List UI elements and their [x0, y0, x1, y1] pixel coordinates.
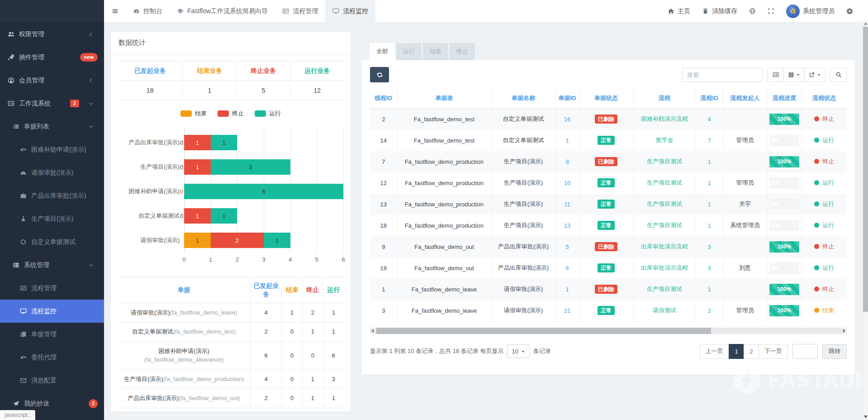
bar-segment[interactable]: 1 [184, 208, 211, 224]
nav-tab-3[interactable]: 流程监控 [325, 0, 375, 22]
clear-cache-link[interactable]: 清除缓存 [696, 0, 743, 22]
flow-link[interactable]: 奖学金 [656, 137, 674, 143]
vertical-scrollbar-thumb[interactable] [863, 27, 868, 312]
doc-id-link[interactable]: 11 [564, 201, 570, 208]
sidebar-toggle-button[interactable] [104, 0, 126, 22]
legend-item[interactable]: 运行 [255, 110, 281, 118]
sidebar-item-3[interactable]: 工作流系统2 [0, 92, 104, 115]
table-row[interactable]: 12 Fa_fastflow_demo_production 生产项目(演示) … [370, 172, 847, 194]
bar-segment[interactable]: 1 [264, 233, 290, 248]
column-header[interactable]: 流程ID [696, 88, 723, 109]
bar-segment[interactable]: 2 [211, 233, 264, 248]
table-row[interactable]: 13 Fa_fastflow_demo_production 生产项目(演示) … [370, 194, 847, 215]
search-toggle-button[interactable] [830, 68, 847, 82]
sidebar-item-4[interactable]: 单据列表 [0, 115, 104, 138]
flow-id-link[interactable]: 4 [707, 116, 711, 123]
flow-link[interactable]: 生产项目测试 [647, 200, 682, 207]
jump-page-input[interactable] [792, 344, 818, 359]
sidebar-item-15[interactable]: 消息配置 [0, 369, 104, 392]
language-button[interactable] [743, 0, 762, 22]
flow-link[interactable]: 生产项目测试 [647, 158, 682, 165]
table-row[interactable]: 18 Fa_fastflow_demo_production 生产项目(演示) … [370, 215, 847, 236]
column-header[interactable]: 单据状态 [579, 88, 633, 109]
prev-page-button[interactable]: 上一页 [700, 344, 729, 359]
sidebar-item-0[interactable]: 权限管理 [0, 23, 104, 46]
column-header[interactable]: 流程进度 [767, 88, 802, 109]
column-header[interactable]: 流程 [633, 88, 696, 109]
bar-segment[interactable]: 1 [184, 135, 211, 150]
sidebar-item-11[interactable]: 流程管理 [0, 277, 104, 300]
filter-tab-0[interactable]: 全部 [370, 43, 395, 60]
flow-link[interactable]: 出库审批演示流程 [641, 243, 688, 250]
bar-segment[interactable]: 1 [184, 159, 211, 175]
settings-button[interactable] [840, 0, 859, 22]
flow-link[interactable]: 生产项目测试 [647, 222, 682, 229]
doc-id-link[interactable]: 13 [564, 222, 570, 229]
export-dropdown-button[interactable] [804, 68, 825, 82]
column-header[interactable]: 流程状态 [802, 88, 847, 109]
flow-id-link[interactable]: 2 [707, 307, 711, 314]
vertical-scrollbar[interactable] [863, 20, 868, 420]
flow-id-link[interactable]: 1 [707, 201, 711, 208]
flow-id-link[interactable]: 3 [707, 265, 711, 272]
nav-tab-1[interactable]: Fastflow工作流系统简易向导 [170, 0, 275, 22]
sidebar-item-12[interactable]: 流程监控 [0, 300, 104, 323]
table-row[interactable]: 3 Fa_fastflow_demo_leave 请假审批(演示) 21 正常 … [370, 300, 847, 321]
sidebar-item-9[interactable]: 自定义单据测试 [0, 230, 104, 253]
jump-button[interactable]: 跳转 [822, 344, 847, 359]
sidebar-item-6[interactable]: 请假审批(演示) [0, 161, 104, 184]
flow-link[interactable]: 请假测试 [653, 307, 676, 314]
home-link[interactable]: 主页 [662, 0, 696, 22]
horizontal-scrollbar[interactable] [370, 328, 847, 334]
table-row[interactable]: 1 Fa_fastflow_demo_leave 请假审批(演示) 1 已删除 … [370, 279, 847, 300]
filter-tab-2[interactable]: 结束 [423, 43, 448, 60]
flow-id-link[interactable]: 7 [707, 137, 711, 144]
doc-id-link[interactable]: 6 [565, 265, 569, 272]
doc-id-link[interactable]: 1 [565, 137, 569, 144]
doc-id-link[interactable]: 10 [564, 180, 570, 186]
sidebar-item-5[interactable]: 困难补助申请(演示) [0, 138, 104, 161]
bar-segment[interactable]: 1 [184, 233, 211, 248]
page-button-2[interactable]: 2 [744, 344, 759, 359]
columns-dropdown-button[interactable] [783, 68, 805, 82]
doc-id-link[interactable]: 16 [564, 116, 570, 123]
scroll-up-arrow-icon[interactable] [864, 22, 868, 25]
legend-item[interactable]: 终止 [218, 110, 244, 118]
summary-header[interactable]: 已发起业务 [251, 277, 282, 303]
bar-segment[interactable]: 1 [211, 135, 237, 150]
summary-header[interactable]: 运行 [323, 277, 344, 303]
horizontal-scrollbar-thumb[interactable] [376, 328, 711, 334]
stat-header[interactable]: 运行业务 [290, 62, 344, 81]
detail-view-button[interactable] [767, 68, 784, 82]
table-row[interactable]: 2 Fa_fastflow_demo_test 自定义单据测试 16 已删除 困… [370, 109, 847, 130]
stat-header[interactable]: 终止业务 [237, 62, 290, 81]
page-button-1[interactable]: 1 [729, 344, 744, 359]
flow-link[interactable]: 生产项目测试 [647, 179, 682, 186]
filter-tab-3[interactable]: 终止 [450, 43, 475, 60]
sidebar-item-13[interactable]: 单据管理 [0, 323, 104, 346]
column-header[interactable]: 线程ID [370, 88, 397, 109]
doc-id-link[interactable]: 5 [565, 243, 569, 250]
flow-id-link[interactable]: 1 [707, 286, 711, 293]
fullscreen-button[interactable] [762, 0, 780, 22]
doc-id-link[interactable]: 1 [565, 286, 569, 293]
next-page-button[interactable]: 下一页 [759, 344, 788, 359]
sidebar-item-10[interactable]: 系统管理 [0, 253, 104, 277]
flow-id-link[interactable]: 1 [707, 222, 711, 229]
column-header[interactable]: 单据表 [397, 88, 491, 109]
scroll-left-arrow-icon[interactable] [371, 329, 374, 333]
flow-link[interactable]: 生产项目测试 [647, 286, 682, 292]
refresh-button[interactable] [370, 67, 389, 82]
summary-header[interactable]: 终止 [302, 277, 323, 303]
column-header[interactable]: 流程发起人 [723, 88, 767, 109]
scroll-down-arrow-icon[interactable] [864, 415, 868, 418]
sidebar-item-2[interactable]: 会员管理 [0, 69, 104, 92]
column-header[interactable]: 单据ID [555, 88, 579, 109]
sidebar-item-1[interactable]: 插件管理new [0, 46, 104, 69]
filter-tab-1[interactable]: 运行 [396, 43, 422, 60]
flow-link[interactable]: 困难补助演示流程 [641, 115, 688, 122]
sidebar-item-7[interactable]: 产品出库审批(演示) [0, 184, 104, 207]
sidebar-item-14[interactable]: 委托代理 [0, 346, 104, 369]
legend-item[interactable]: 结束 [180, 110, 207, 118]
table-row[interactable]: 9 Fa_fastflow_demo_out 产品出库审批(演示) 5 已删除 … [370, 236, 847, 258]
